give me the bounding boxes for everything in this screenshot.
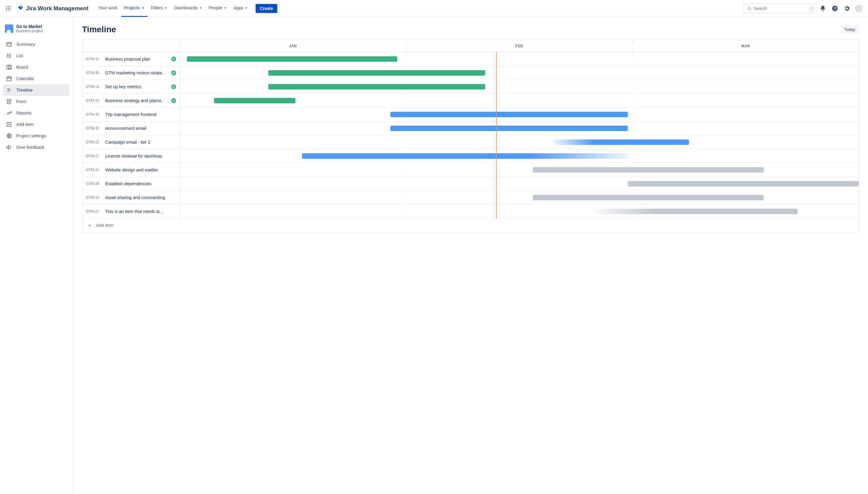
- timeline-row[interactable]: GTM-12Website design and waitlist: [82, 163, 858, 177]
- issue-summary[interactable]: Asset sharing and commenting: [105, 195, 176, 200]
- timeline-bar[interactable]: [214, 98, 295, 103]
- timeline-bar[interactable]: [390, 126, 628, 131]
- sidebar-item-form[interactable]: Form: [3, 96, 70, 107]
- notifications-icon[interactable]: [817, 3, 828, 14]
- nav-filters[interactable]: Filters▼: [148, 0, 170, 17]
- timeline-row[interactable]: GTM-29Establish dependencies: [82, 177, 858, 191]
- settings-icon[interactable]: [842, 3, 852, 14]
- sidebar-item-timeline[interactable]: Timeline: [3, 84, 70, 96]
- timeline-row-label-cell[interactable]: GTM-27This is an item that needs to ..: [82, 205, 180, 218]
- sidebar-item-add[interactable]: Add item: [3, 119, 70, 130]
- timeline-row-chart-cell[interactable]: [180, 177, 858, 190]
- timeline-row-label-cell[interactable]: GTM-13Business strategy and planni..: [82, 94, 180, 107]
- issue-summary[interactable]: Establish dependencies: [105, 181, 176, 186]
- today-button[interactable]: Today: [841, 25, 859, 34]
- timeline-row-label-cell[interactable]: GTM-33Trip management frontend: [82, 108, 180, 121]
- timeline-row-label-cell[interactable]: GTM-29Establish dependencies: [82, 177, 180, 190]
- issue-summary[interactable]: GTM marketing motion strate..: [105, 71, 168, 75]
- nav-apps[interactable]: Apps▼: [230, 0, 251, 17]
- timeline-row[interactable]: GTM-13Business strategy and planni..: [82, 94, 858, 108]
- sidebar-item-board[interactable]: Board: [3, 61, 70, 73]
- timeline-row[interactable]: GTM-35GTM marketing motion strate..: [82, 66, 858, 80]
- sidebar-item-feedback[interactable]: Give feedback: [3, 141, 70, 153]
- timeline-row[interactable]: GTM-17License renewal for dashloop: [82, 149, 858, 163]
- timeline-row[interactable]: GTM-27This is an item that needs to ..: [82, 205, 858, 218]
- issue-key[interactable]: GTM-14: [86, 84, 102, 89]
- timeline-row-chart-cell[interactable]: [180, 80, 858, 93]
- create-button[interactable]: Create: [256, 4, 277, 13]
- issue-key[interactable]: GTM-27: [86, 209, 102, 213]
- nav-people[interactable]: People▼: [206, 0, 230, 17]
- timeline-row-chart-cell[interactable]: [180, 191, 858, 204]
- issue-key[interactable]: GTM-33: [86, 112, 102, 117]
- issue-key[interactable]: GTM-17: [86, 154, 102, 158]
- issue-summary[interactable]: Business strategy and planni..: [105, 98, 168, 103]
- timeline-bar[interactable]: [390, 112, 628, 117]
- search-input[interactable]: [754, 6, 807, 11]
- sidebar-item-list[interactable]: List: [3, 50, 70, 61]
- timeline-bar[interactable]: [268, 84, 485, 90]
- issue-summary[interactable]: Campaign email - tier 2: [105, 140, 176, 145]
- timeline-row-label-cell[interactable]: GTM-35GTM marketing motion strate..: [82, 66, 180, 79]
- app-switcher-icon[interactable]: [4, 4, 13, 13]
- issue-summary[interactable]: License renewal for dashloop: [105, 154, 176, 158]
- timeline-row-chart-cell[interactable]: [180, 108, 858, 121]
- timeline-row[interactable]: GTM-14Set up key metrics: [82, 80, 858, 94]
- nav-dashboards[interactable]: Dashboards▼: [171, 0, 205, 17]
- issue-key[interactable]: GTM-10: [86, 195, 102, 200]
- timeline-row[interactable]: GTM-32Announcement email: [82, 121, 858, 135]
- timeline-row[interactable]: GTM-10Asset sharing and commenting: [82, 191, 858, 205]
- issue-key[interactable]: GTM-29: [86, 182, 102, 186]
- timeline-row-label-cell[interactable]: GTM-14Set up key metrics: [82, 80, 180, 93]
- issue-key[interactable]: GTM-32: [86, 126, 102, 130]
- timeline-row-chart-cell[interactable]: [180, 149, 858, 163]
- timeline-row-chart-cell[interactable]: [180, 94, 858, 107]
- issue-summary[interactable]: Announcement email: [105, 126, 176, 131]
- project-header[interactable]: Go to Market Business project: [3, 23, 70, 39]
- timeline-bar[interactable]: [187, 56, 397, 62]
- issue-summary[interactable]: Set up key metrics: [105, 84, 168, 89]
- timeline-bar[interactable]: [533, 195, 764, 200]
- timeline-row-chart-cell[interactable]: [180, 121, 858, 135]
- timeline-row-chart-cell[interactable]: [180, 52, 858, 66]
- timeline-row-label-cell[interactable]: GTM-32Announcement email: [82, 121, 180, 135]
- issue-summary[interactable]: Website design and waitlist: [105, 168, 176, 172]
- profile-avatar[interactable]: [853, 3, 864, 14]
- issue-summary[interactable]: Business proposal plan: [105, 57, 168, 61]
- sidebar-item-summary[interactable]: Summary: [3, 39, 70, 50]
- help-icon[interactable]: ?: [829, 3, 840, 14]
- timeline-bar[interactable]: [268, 70, 485, 76]
- timeline-bar[interactable]: [628, 181, 858, 187]
- issue-summary[interactable]: This is an item that needs to ..: [105, 209, 176, 214]
- timeline-row[interactable]: GTM-33Trip management frontend: [82, 108, 858, 121]
- timeline-row-chart-cell[interactable]: [180, 66, 858, 79]
- issue-key[interactable]: GTM-35: [86, 71, 102, 75]
- sidebar-item-settings[interactable]: Project settings: [3, 130, 70, 141]
- brand-logo[interactable]: Jira Work Management: [15, 4, 92, 12]
- sidebar-item-reports[interactable]: Reports: [3, 107, 70, 119]
- timeline-bar[interactable]: [302, 153, 628, 159]
- timeline-row-label-cell[interactable]: GTM-12Website design and waitlist: [82, 163, 180, 176]
- timeline-row-label-cell[interactable]: GTM-11Business proposal plan: [82, 52, 180, 66]
- issue-key[interactable]: GTM-11: [86, 57, 102, 61]
- issue-summary[interactable]: Trip management frontend: [105, 112, 176, 117]
- issue-key[interactable]: GTM-12: [86, 168, 102, 172]
- nav-projects[interactable]: Projects▼: [121, 0, 147, 17]
- timeline-row-label-cell[interactable]: GTM-22Campaign email - tier 2: [82, 135, 180, 149]
- global-search[interactable]: /: [744, 3, 816, 14]
- timeline-bar[interactable]: [533, 167, 764, 173]
- timeline-row-chart-cell[interactable]: [180, 163, 858, 176]
- timeline-row-chart-cell[interactable]: [180, 205, 858, 218]
- sidebar-item-calendar[interactable]: Calendar: [3, 73, 70, 84]
- issue-key[interactable]: GTM-13: [86, 98, 102, 103]
- timeline-bar[interactable]: [594, 209, 798, 214]
- timeline-row-label-cell[interactable]: GTM-10Asset sharing and commenting: [82, 191, 180, 204]
- timeline-row[interactable]: GTM-11Business proposal plan: [82, 52, 858, 66]
- issue-key[interactable]: GTM-22: [86, 140, 102, 144]
- nav-your-work[interactable]: Your work: [95, 0, 121, 17]
- add-item-row[interactable]: ＋ Add item: [82, 218, 858, 232]
- timeline-row-chart-cell[interactable]: [180, 135, 858, 149]
- timeline-row-label-cell[interactable]: GTM-17License renewal for dashloop: [82, 149, 180, 163]
- timeline-row[interactable]: GTM-22Campaign email - tier 2: [82, 135, 858, 149]
- timeline-bar[interactable]: [553, 139, 689, 145]
